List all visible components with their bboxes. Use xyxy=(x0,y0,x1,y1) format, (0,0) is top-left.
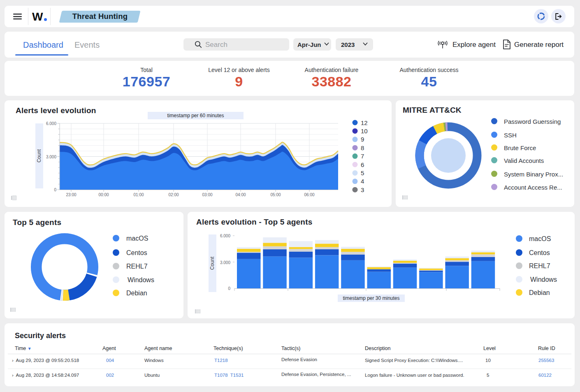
svg-text:3.000: 3.000 xyxy=(220,260,230,265)
svg-text:04:00: 04:00 xyxy=(235,193,246,197)
svg-text:10: 10 xyxy=(361,128,368,135)
svg-text:6.000: 6.000 xyxy=(220,234,230,238)
svg-text:0: 0 xyxy=(228,286,230,291)
svg-text:23:00: 23:00 xyxy=(66,193,76,197)
svg-text:3: 3 xyxy=(361,186,364,193)
svg-text:8: 8 xyxy=(361,144,364,151)
svg-text:0: 0 xyxy=(54,188,56,192)
svg-text:Count: Count xyxy=(36,149,42,162)
svg-text:4: 4 xyxy=(361,178,364,185)
svg-text:6.000: 6.000 xyxy=(46,121,56,126)
svg-text:12: 12 xyxy=(361,119,368,126)
svg-text:3.000: 3.000 xyxy=(46,155,56,159)
svg-text:7: 7 xyxy=(361,153,364,160)
svg-text:Threat Hunting: Threat Hunting xyxy=(72,12,128,21)
svg-text:00:00: 00:00 xyxy=(98,193,109,197)
svg-text:5: 5 xyxy=(361,169,364,176)
svg-text:03:00: 03:00 xyxy=(202,193,212,197)
svg-text:02:00: 02:00 xyxy=(168,193,179,197)
svg-text:06:00: 06:00 xyxy=(304,193,314,197)
svg-text:05:00: 05:00 xyxy=(270,193,281,197)
svg-text:Count: Count xyxy=(209,256,215,270)
svg-text:9: 9 xyxy=(361,136,364,143)
svg-text:01:00: 01:00 xyxy=(133,193,144,197)
svg-text:6: 6 xyxy=(361,161,364,168)
